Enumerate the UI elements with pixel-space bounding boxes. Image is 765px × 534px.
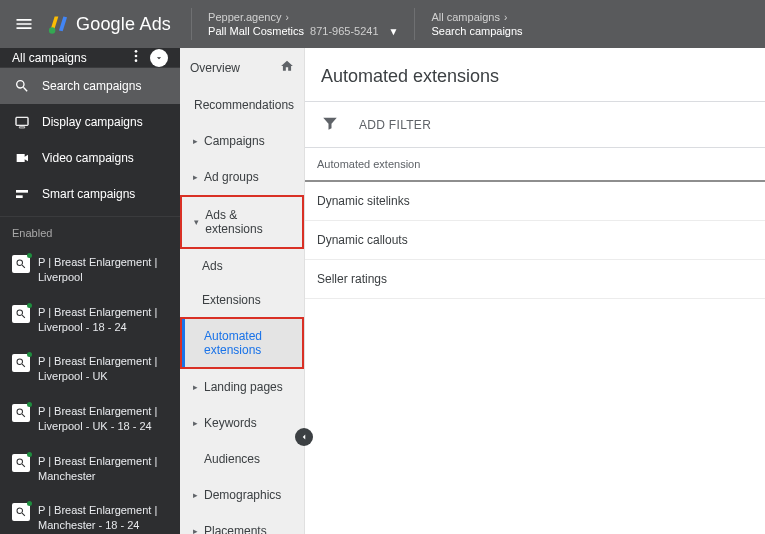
breadcrumb-bottom: Pall Mall Cosmetics bbox=[208, 25, 304, 37]
svg-point-2 bbox=[135, 55, 138, 58]
nav-label: Display campaigns bbox=[42, 115, 143, 129]
campaign-label: P | Breast Enlargement | Liverpool - UK … bbox=[38, 404, 168, 434]
nav-overview[interactable]: Overview bbox=[180, 48, 304, 87]
svg-rect-4 bbox=[16, 117, 28, 125]
nav-audiences[interactable]: Audiences bbox=[180, 441, 304, 477]
page-title: Automated extensions bbox=[305, 48, 765, 101]
search-icon bbox=[12, 404, 30, 422]
nav-label: Keywords bbox=[204, 416, 257, 430]
nav-item-search-campaigns[interactable]: Search campaigns bbox=[0, 68, 180, 104]
chevron-right-icon: ▸ bbox=[190, 136, 200, 146]
cell-empty bbox=[535, 182, 765, 220]
nav-item-video-campaigns[interactable]: Video campaigns bbox=[0, 140, 180, 176]
campaign-label: P | Breast Enlargement | Liverpool - UK bbox=[38, 354, 168, 384]
nav-label: Ad groups bbox=[204, 170, 259, 184]
nav-label: Campaigns bbox=[204, 134, 265, 148]
nav-label: Video campaigns bbox=[42, 151, 134, 165]
left-nav-header: All campaigns bbox=[0, 48, 180, 68]
campaign-item[interactable]: P | Breast Enlargement | Liverpool - UK bbox=[0, 344, 180, 394]
svg-point-1 bbox=[135, 50, 138, 53]
nav-ads-extensions[interactable]: ▾ Ads & extensions bbox=[180, 195, 304, 249]
video-icon bbox=[12, 150, 32, 166]
nav-keywords[interactable]: ▸ Keywords bbox=[180, 405, 304, 441]
filter-icon[interactable] bbox=[321, 114, 339, 135]
nav-ads[interactable]: Ads bbox=[180, 249, 304, 283]
breadcrumb-separator bbox=[414, 8, 415, 40]
nav-item-display-campaigns[interactable]: Display campaigns bbox=[0, 104, 180, 140]
nav-label: Extensions bbox=[202, 293, 261, 307]
menu-button[interactable] bbox=[0, 14, 48, 34]
table-header-row: Automated extension bbox=[305, 147, 765, 182]
nav-item-smart-campaigns[interactable]: Smart campaigns bbox=[0, 176, 180, 212]
nav-automated-extensions[interactable]: Automated extensions bbox=[182, 319, 302, 367]
left-nav-title: All campaigns bbox=[12, 51, 122, 65]
nav-label: Demographics bbox=[204, 488, 281, 502]
smart-icon bbox=[12, 186, 32, 202]
nav-label: Ads bbox=[202, 259, 223, 273]
home-icon bbox=[280, 59, 294, 76]
dropdown-caret-icon: ▼ bbox=[389, 26, 399, 37]
main-content: Automated extensions ADD FILTER Automate… bbox=[305, 48, 765, 534]
collapse-circle-button[interactable] bbox=[150, 49, 168, 67]
nav-label: Smart campaigns bbox=[42, 187, 135, 201]
cell-empty bbox=[535, 260, 765, 298]
nav-label: Automated extensions bbox=[204, 329, 262, 357]
nav-demographics[interactable]: ▸ Demographics bbox=[180, 477, 304, 513]
table-row[interactable]: Dynamic callouts bbox=[305, 221, 765, 260]
breadcrumb-account[interactable]: Pepper.agency › Pall Mall Cosmetics 871-… bbox=[200, 7, 406, 41]
filter-bar: ADD FILTER bbox=[305, 102, 765, 147]
campaign-label: P | Breast Enlargement | Liverpool - 18 … bbox=[38, 305, 168, 335]
chevron-right-icon: ▸ bbox=[190, 172, 200, 182]
chevron-right-icon: ▸ bbox=[190, 382, 200, 392]
campaign-item[interactable]: P | Breast Enlargement | Manchester bbox=[0, 444, 180, 494]
google-ads-logo[interactable]: Google Ads bbox=[48, 13, 183, 35]
breadcrumb-top: All campaigns bbox=[431, 11, 499, 23]
cell-name: Dynamic callouts bbox=[305, 221, 535, 259]
nav-label: Landing pages bbox=[204, 380, 283, 394]
display-icon bbox=[12, 114, 32, 130]
secondary-nav: Overview Recommendations ▸ Campaigns ▸ A… bbox=[180, 48, 305, 534]
cell-empty bbox=[535, 221, 765, 259]
nav-label: Placements bbox=[204, 524, 267, 534]
campaign-item[interactable]: P | Breast Enlargement | Liverpool - UK … bbox=[0, 394, 180, 444]
campaign-item[interactable]: P | Breast Enlargement | Liverpool bbox=[0, 245, 180, 295]
enabled-section-label: Enabled bbox=[0, 216, 180, 245]
chevron-down-icon: ▾ bbox=[192, 217, 201, 227]
nav-extensions[interactable]: Extensions bbox=[180, 283, 304, 317]
chevron-right-icon: › bbox=[504, 12, 507, 23]
nav-label: Ads & extensions bbox=[205, 208, 292, 236]
left-nav: All campaigns Search campaigns Display c… bbox=[0, 48, 180, 534]
nav-landing-pages[interactable]: ▸ Landing pages bbox=[180, 369, 304, 405]
search-icon bbox=[12, 454, 30, 472]
column-header-spacer bbox=[535, 148, 765, 180]
breadcrumb-bottom: Search campaigns bbox=[431, 25, 522, 37]
nav-label: Audiences bbox=[204, 452, 260, 466]
column-header-extension[interactable]: Automated extension bbox=[305, 148, 535, 180]
svg-rect-6 bbox=[16, 195, 23, 198]
nav-campaigns[interactable]: ▸ Campaigns bbox=[180, 123, 304, 159]
svg-point-3 bbox=[135, 59, 138, 62]
svg-point-0 bbox=[49, 27, 55, 33]
campaign-label: P | Breast Enlargement | Liverpool bbox=[38, 255, 168, 285]
nav-placements[interactable]: ▸ Placements bbox=[180, 513, 304, 534]
more-options-button[interactable] bbox=[122, 48, 150, 67]
nav-recommendations[interactable]: Recommendations bbox=[180, 87, 304, 123]
nav-label: Recommendations bbox=[194, 98, 294, 112]
table-row[interactable]: Seller ratings bbox=[305, 260, 765, 299]
collapse-handle[interactable] bbox=[295, 428, 313, 446]
table-row[interactable]: Dynamic sitelinks bbox=[305, 182, 765, 221]
add-filter-button[interactable]: ADD FILTER bbox=[359, 118, 431, 132]
breadcrumb-scope[interactable]: All campaigns › Search campaigns bbox=[423, 7, 613, 41]
svg-rect-5 bbox=[16, 190, 28, 193]
product-name: Google Ads bbox=[76, 14, 171, 35]
nav-ad-groups[interactable]: ▸ Ad groups bbox=[180, 159, 304, 195]
chevron-right-icon: ▸ bbox=[190, 418, 200, 428]
search-icon bbox=[12, 503, 30, 521]
cell-name: Dynamic sitelinks bbox=[305, 182, 535, 220]
chevron-right-icon: › bbox=[285, 12, 288, 23]
campaign-label: P | Breast Enlargement | Manchester - 18… bbox=[38, 503, 168, 533]
campaign-item[interactable]: P | Breast Enlargement | Liverpool - 18 … bbox=[0, 295, 180, 345]
campaign-item[interactable]: P | Breast Enlargement | Manchester - 18… bbox=[0, 493, 180, 534]
breadcrumb-top: Pepper.agency bbox=[208, 11, 281, 23]
account-id: 871-965-5241 bbox=[310, 25, 379, 37]
